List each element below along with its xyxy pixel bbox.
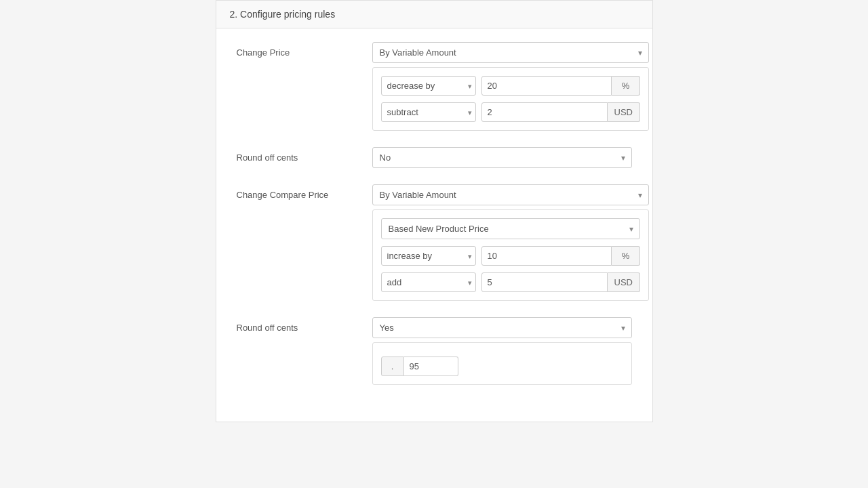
change-price-row: Change Price By Variable Amount By Fixed… <box>237 42 632 131</box>
increase-by-select[interactable]: increase by decrease by <box>381 246 476 266</box>
change-price-label: Change Price <box>237 42 372 58</box>
round-off-cents-2-inner-box: . <box>372 342 632 385</box>
round-off-cents-1-controls: No Yes <box>372 147 632 168</box>
change-compare-price-row: Change Compare Price By Variable Amount … <box>237 184 632 301</box>
round-off-cents-2-label: Round off cents <box>237 317 372 333</box>
subtract-select[interactable]: subtract add <box>381 102 476 122</box>
add-select-wrapper[interactable]: add subtract <box>381 272 476 292</box>
add-select[interactable]: add subtract <box>381 272 476 292</box>
usd-badge-1: USD <box>608 102 640 122</box>
change-compare-price-select-wrapper[interactable]: By Variable Amount By Fixed Amount To Fi… <box>372 184 649 205</box>
percent-badge-2: % <box>612 246 640 266</box>
change-price-controls: By Variable Amount By Fixed Amount To Fi… <box>372 42 649 131</box>
round-off-cents-2-controls: Yes No . <box>372 317 632 385</box>
decrease-by-select[interactable]: decrease by increase by <box>381 76 476 96</box>
page-wrapper: 2. Configure pricing rules Change Price … <box>0 0 868 488</box>
based-new-product-price-select-wrapper[interactable]: Based New Product Price Based Original P… <box>381 218 640 239</box>
change-price-select[interactable]: By Variable Amount By Fixed Amount To Fi… <box>372 42 649 63</box>
decrease-by-value-input[interactable] <box>481 76 612 96</box>
round-off-cents-2-select-wrapper[interactable]: Yes No <box>372 317 632 338</box>
increase-by-select-wrapper[interactable]: increase by decrease by <box>381 246 476 266</box>
decrease-by-select-wrapper[interactable]: decrease by increase by <box>381 76 476 96</box>
change-price-row1: decrease by increase by % <box>381 76 640 96</box>
dot-value-input[interactable] <box>404 357 458 376</box>
subtract-select-wrapper[interactable]: subtract add <box>381 102 476 122</box>
section-title: 2. Configure pricing rules <box>230 9 336 20</box>
based-new-product-price-select[interactable]: Based New Product Price Based Original P… <box>381 218 640 239</box>
main-panel: 2. Configure pricing rules Change Price … <box>216 0 653 422</box>
usd-badge-2: USD <box>608 272 640 292</box>
round-off-cents-2-select[interactable]: Yes No <box>372 317 632 338</box>
round-off-cents-1-select-wrapper[interactable]: No Yes <box>372 147 632 168</box>
round-off-cents-1-label: Round off cents <box>237 147 372 163</box>
change-price-row2: subtract add USD <box>381 102 640 122</box>
subtract-value-input[interactable] <box>481 102 608 122</box>
change-compare-price-inner-box: Based New Product Price Based Original P… <box>372 209 649 301</box>
round-off-cents-2-row: Round off cents Yes No . <box>237 317 632 385</box>
change-compare-price-controls: By Variable Amount By Fixed Amount To Fi… <box>372 184 649 301</box>
round-off-cents-1-row: Round off cents No Yes <box>237 147 632 168</box>
dot-input-row: . <box>381 357 623 376</box>
percent-badge: % <box>612 76 640 96</box>
section-body: Change Price By Variable Amount By Fixed… <box>216 28 652 422</box>
increase-by-value-input[interactable] <box>481 246 612 266</box>
add-row: add subtract USD <box>381 272 640 292</box>
increase-by-row: increase by decrease by % <box>381 246 640 266</box>
change-compare-price-label: Change Compare Price <box>237 184 372 200</box>
round-off-cents-1-select[interactable]: No Yes <box>372 147 632 168</box>
change-compare-price-select[interactable]: By Variable Amount By Fixed Amount To Fi… <box>372 184 649 205</box>
change-price-select-wrapper[interactable]: By Variable Amount By Fixed Amount To Fi… <box>372 42 649 63</box>
section-header: 2. Configure pricing rules <box>216 1 652 28</box>
dot-badge: . <box>381 357 404 376</box>
add-value-input[interactable] <box>481 272 608 292</box>
change-price-inner-box: decrease by increase by % subtract <box>372 67 649 131</box>
